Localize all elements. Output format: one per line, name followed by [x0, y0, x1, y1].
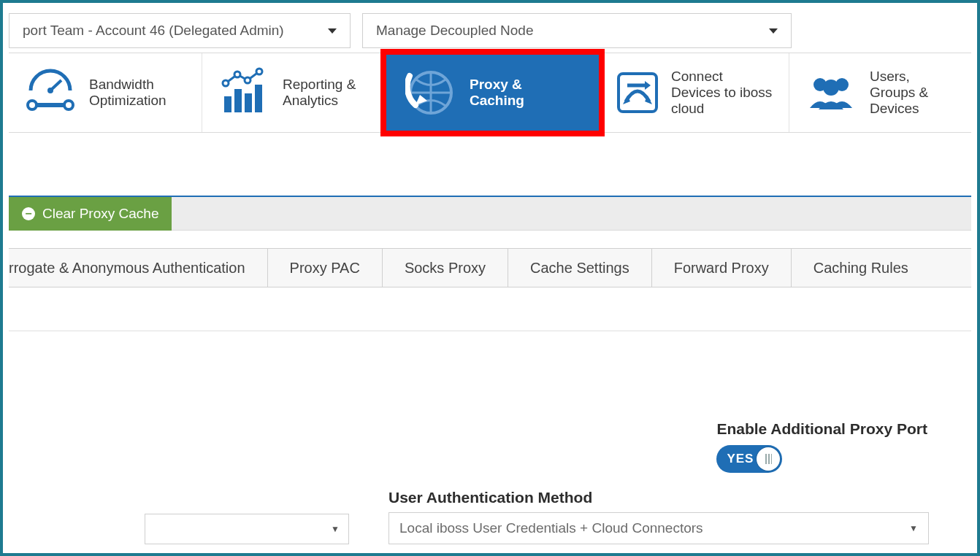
- svg-line-1: [50, 80, 61, 90]
- tab-surrogate-anonymous-auth[interactable]: rrogate & Anonymous Authentication: [9, 249, 268, 287]
- action-bar: − Clear Proxy Cache: [9, 197, 971, 231]
- tab-label: Cache Settings: [530, 260, 629, 277]
- svg-point-4: [64, 101, 73, 109]
- enable-additional-proxy-port-toggle[interactable]: YES: [716, 445, 782, 473]
- tab-forward-proxy[interactable]: Forward Proxy: [652, 249, 792, 287]
- node-selector[interactable]: Manage Decoupled Node: [362, 13, 792, 48]
- enable-additional-proxy-port-setting: Enable Additional Proxy Port YES: [716, 420, 927, 473]
- svg-rect-6: [234, 89, 242, 112]
- nav-reporting-analytics[interactable]: Reporting & Analytics: [202, 53, 385, 132]
- spacer: [9, 287, 971, 331]
- routing-arrows-icon: [617, 67, 658, 118]
- nav-bandwidth-optimization[interactable]: Bandwidth Optimization: [9, 53, 202, 132]
- globe-arrow-icon: [405, 67, 456, 118]
- nav-label: Bandwidth Optimization: [89, 77, 185, 109]
- nav-label: Users, Groups & Devices: [870, 69, 957, 117]
- main-nav: Bandwidth Optimization: [9, 53, 971, 133]
- svg-point-9: [223, 80, 229, 86]
- grip-icon: [765, 454, 772, 464]
- account-selector[interactable]: port Team - Account 46 (Delegated Admin): [9, 13, 351, 48]
- sub-tabs: rrogate & Anonymous Authentication Proxy…: [9, 248, 971, 287]
- tab-label: Caching Rules: [814, 260, 908, 277]
- chevron-down-icon: ▼: [909, 523, 918, 533]
- chevron-down-icon: [328, 28, 337, 34]
- svg-point-21: [823, 80, 839, 96]
- svg-rect-8: [255, 85, 262, 112]
- user-auth-method-select[interactable]: Local iboss User Credentials + Cloud Con…: [388, 512, 929, 544]
- user-auth-method-setting: User Authentication Method Local iboss U…: [388, 489, 929, 544]
- partial-select[interactable]: ▼: [145, 514, 349, 544]
- settings-panel: Enable Additional Proxy Port YES ▼ User …: [9, 331, 971, 547]
- tab-proxy-pac[interactable]: Proxy PAC: [268, 249, 383, 287]
- nav-label: Proxy & Caching: [470, 77, 580, 109]
- tab-socks-proxy[interactable]: Socks Proxy: [383, 249, 508, 287]
- nav-proxy-caching[interactable]: Proxy & Caching: [385, 53, 601, 132]
- clear-proxy-cache-button[interactable]: − Clear Proxy Cache: [9, 197, 172, 231]
- minus-circle-icon: −: [22, 207, 35, 220]
- clear-proxy-cache-label: Clear Proxy Cache: [42, 206, 158, 222]
- tab-label: Socks Proxy: [405, 260, 486, 277]
- nav-users-groups-devices[interactable]: Users, Groups & Devices: [789, 53, 971, 132]
- chevron-down-icon: ▼: [331, 524, 340, 534]
- bar-chart-icon: [218, 67, 269, 118]
- setting-label: User Authentication Method: [388, 489, 929, 506]
- tab-label: Proxy PAC: [290, 260, 360, 277]
- user-auth-method-value: Local iboss User Credentials + Cloud Con…: [399, 520, 703, 536]
- node-selector-label: Manage Decoupled Node: [376, 23, 534, 39]
- spacer: [9, 133, 971, 197]
- account-selector-label: port Team - Account 46 (Delegated Admin): [23, 23, 284, 39]
- svg-point-12: [256, 69, 262, 74]
- chevron-down-icon: [769, 28, 778, 34]
- tab-caching-rules[interactable]: Caching Rules: [792, 249, 930, 287]
- svg-rect-7: [245, 93, 252, 112]
- tab-label: rrogate & Anonymous Authentication: [9, 260, 245, 277]
- svg-marker-18: [645, 81, 651, 90]
- svg-point-10: [234, 72, 240, 77]
- toggle-value: YES: [727, 452, 754, 466]
- nav-label: Connect Devices to iboss cloud: [671, 69, 773, 117]
- users-group-icon: [805, 67, 857, 118]
- gauge-wrench-icon: [25, 67, 76, 118]
- setting-label: Enable Additional Proxy Port: [716, 420, 927, 438]
- nav-label: Reporting & Analytics: [283, 77, 368, 109]
- svg-point-11: [245, 77, 250, 83]
- svg-rect-5: [224, 96, 231, 112]
- tab-label: Forward Proxy: [674, 260, 769, 277]
- top-selectors: port Team - Account 46 (Delegated Admin)…: [9, 9, 971, 53]
- nav-connect-devices[interactable]: Connect Devices to iboss cloud: [601, 53, 789, 132]
- toggle-knob: [757, 447, 780, 471]
- tab-cache-settings[interactable]: Cache Settings: [508, 249, 652, 287]
- svg-rect-3: [35, 103, 66, 107]
